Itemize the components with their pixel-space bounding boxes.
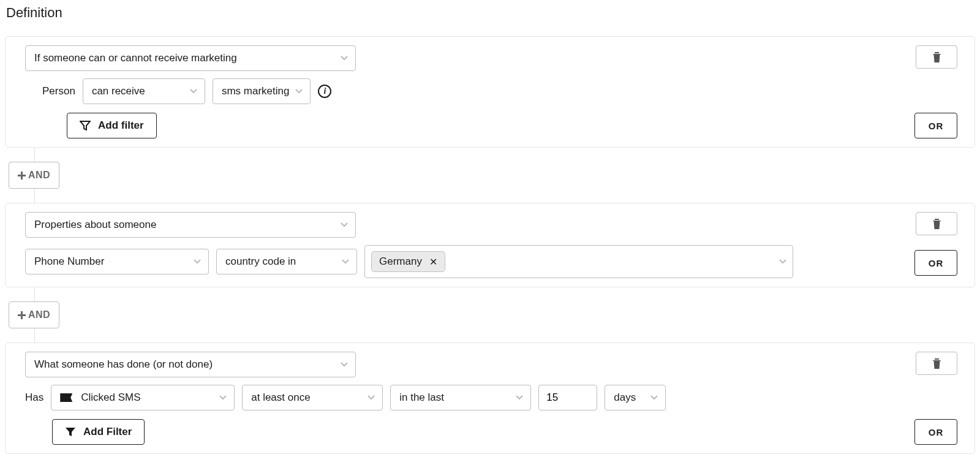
person-label: Person	[42, 85, 75, 97]
event-select[interactable]: Clicked SMS	[51, 385, 235, 410]
verb-select[interactable]: can receive	[83, 78, 205, 104]
chevron-down-icon	[190, 89, 197, 94]
chevron-down-icon	[516, 395, 523, 400]
or-button[interactable]: OR	[914, 419, 957, 445]
tag-remove-icon[interactable]: ✕	[429, 256, 437, 268]
condition-type-select[interactable]: If someone can or cannot receive marketi…	[25, 45, 356, 71]
trash-icon	[932, 219, 941, 229]
event-value: Clicked SMS	[81, 392, 140, 404]
tag-label: Germany	[379, 255, 422, 268]
tag-input[interactable]: Germany ✕	[364, 245, 793, 278]
connector-1: AND	[5, 148, 975, 203]
channel-value: sms marketing	[222, 85, 290, 97]
operator-select[interactable]: country code in	[216, 249, 357, 274]
frequency-value: at least once	[251, 392, 310, 404]
has-label: Has	[25, 392, 43, 404]
chevron-down-icon	[341, 362, 348, 367]
condition-block-2: Properties about someone Phone Number co…	[5, 203, 975, 287]
chevron-down-icon	[368, 395, 375, 400]
trash-icon	[932, 358, 941, 369]
add-filter-button[interactable]: Add filter	[67, 113, 157, 138]
condition-type-value: What someone has done (or not done)	[34, 358, 213, 371]
plus-icon	[18, 172, 26, 180]
add-filter-label: Add Filter	[83, 426, 132, 438]
add-filter-button[interactable]: Add Filter	[52, 419, 145, 445]
chevron-down-icon	[779, 259, 786, 264]
channel-select[interactable]: sms marketing	[213, 78, 311, 104]
unit-value: days	[614, 392, 636, 404]
or-button[interactable]: OR	[914, 113, 957, 138]
operator-value: country code in	[225, 255, 296, 268]
delete-button[interactable]	[916, 45, 957, 69]
tag-chip: Germany ✕	[371, 251, 445, 272]
timeframe-value: in the last	[399, 392, 444, 404]
frequency-select[interactable]: at least once	[242, 385, 383, 410]
delete-button[interactable]	[916, 212, 957, 235]
condition-block-3: What someone has done (or not done) Has …	[5, 342, 975, 454]
and-button[interactable]: AND	[9, 301, 59, 328]
chevron-down-icon	[194, 259, 201, 264]
chevron-down-icon	[219, 395, 227, 400]
flag-icon	[60, 393, 72, 402]
connector-2: AND	[5, 287, 975, 342]
or-button[interactable]: OR	[914, 250, 957, 276]
and-button[interactable]: AND	[9, 162, 59, 189]
chevron-down-icon	[650, 395, 658, 400]
chevron-down-icon	[295, 89, 303, 94]
value-input[interactable]	[538, 385, 597, 410]
timeframe-select[interactable]: in the last	[390, 385, 531, 410]
condition-type-value: Properties about someone	[34, 219, 156, 231]
delete-button[interactable]	[916, 352, 957, 375]
chevron-down-icon	[342, 259, 349, 264]
trash-icon	[932, 52, 941, 62]
info-icon[interactable]: i	[318, 85, 331, 98]
chevron-down-icon	[341, 222, 348, 227]
add-filter-label: Add filter	[98, 119, 144, 132]
chevron-down-icon	[341, 56, 348, 61]
page-title: Definition	[6, 5, 975, 21]
property-value: Phone Number	[34, 255, 104, 268]
condition-type-select[interactable]: What someone has done (or not done)	[25, 352, 356, 377]
funnel-outline-icon	[80, 120, 91, 131]
value-field[interactable]	[546, 392, 589, 404]
property-select[interactable]: Phone Number	[25, 249, 209, 274]
condition-block-1: If someone can or cannot receive marketi…	[5, 36, 975, 148]
funnel-icon	[65, 426, 76, 437]
unit-select[interactable]: days	[605, 385, 666, 410]
condition-type-select[interactable]: Properties about someone	[25, 212, 356, 238]
condition-type-value: If someone can or cannot receive marketi…	[34, 52, 237, 64]
verb-value: can receive	[92, 85, 145, 97]
plus-icon	[18, 311, 26, 319]
